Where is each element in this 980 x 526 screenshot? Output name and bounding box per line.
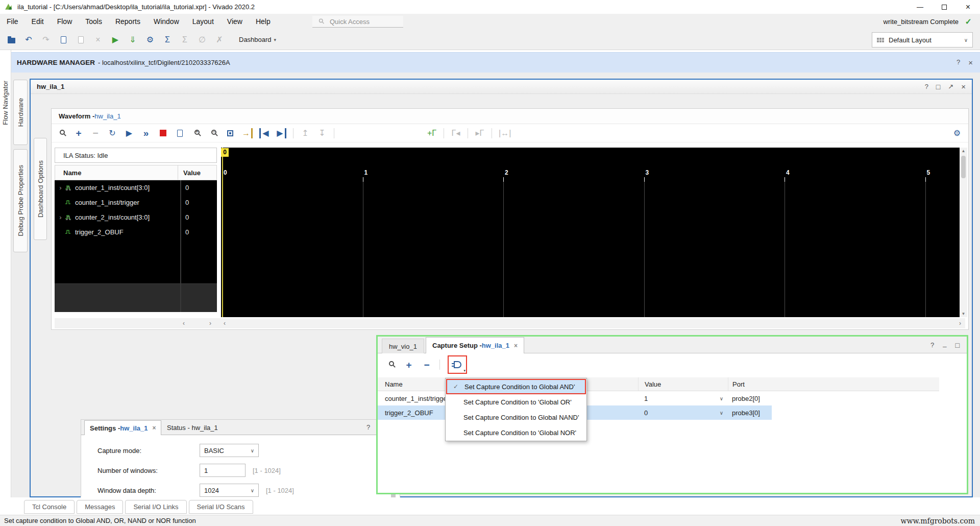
menu-window[interactable]: Window: [147, 14, 186, 30]
run-trigger-icon[interactable]: ▶: [124, 128, 134, 138]
report-utilization-icon[interactable]: Σ: [162, 35, 173, 45]
sidebar-tab-debug-probe-properties[interactable]: Debug Probe Properties: [13, 149, 28, 252]
scroll-down-icon[interactable]: ▼: [960, 312, 967, 316]
redo-icon[interactable]: ↷: [41, 35, 51, 45]
help-icon[interactable]: [930, 341, 934, 349]
console-tab-serial-i-o-scans[interactable]: Serial I/O Scans: [189, 500, 253, 514]
console-tab-serial-i-o-links[interactable]: Serial I/O Links: [125, 500, 186, 514]
menu-flow[interactable]: Flow: [51, 14, 79, 30]
zoom-in-icon[interactable]: [191, 128, 202, 138]
close-icon[interactable]: [961, 82, 966, 91]
float-icon[interactable]: [948, 83, 953, 90]
waveform-canvas[interactable]: 0 012345: [221, 148, 960, 317]
help-icon[interactable]: [957, 58, 960, 67]
close-tab-icon[interactable]: ×: [152, 424, 156, 432]
column-port[interactable]: Port: [728, 377, 772, 391]
menu-item-capture-condition[interactable]: Set Capture Condition to Global NAND': [446, 410, 586, 425]
waveform-settings-gear-icon[interactable]: ⚙: [952, 128, 962, 138]
help-icon[interactable]: [925, 83, 928, 90]
waveform-title-link[interactable]: hw_ila_1: [94, 112, 120, 120]
next-marker-icon[interactable]: ▸Γ: [475, 128, 485, 138]
undo-icon[interactable]: ↶: [23, 35, 34, 45]
field-select[interactable]: BASIC∨: [200, 444, 259, 457]
column-value[interactable]: Value: [638, 377, 728, 391]
signal-row[interactable]: counter_1_inst/trigger0: [55, 195, 217, 210]
previous-marker-icon[interactable]: Γ◂: [451, 128, 461, 138]
add-probe-icon[interactable]: +: [74, 128, 84, 138]
field-select[interactable]: 1024∨: [200, 484, 259, 497]
minimize-icon[interactable]: —: [908, 0, 932, 14]
swap-markers-icon[interactable]: |↔|: [499, 128, 511, 138]
settings-gear-icon[interactable]: ⚙: [145, 35, 155, 45]
waveform-horizontal-scrollbar[interactable]: ‹ › ‹ ›: [55, 318, 965, 328]
waveform-vertical-scrollbar[interactable]: ▲ ▼: [960, 148, 967, 317]
signal-row[interactable]: ›counter_1_inst/count[3:0]0: [55, 180, 217, 195]
next-window-icon[interactable]: ▶: [276, 128, 286, 138]
console-tab-tcl-console[interactable]: Tcl Console: [24, 500, 75, 514]
run-trigger-immediate-icon[interactable]: ↻: [107, 128, 117, 138]
probe-value-select[interactable]: 0∨: [638, 409, 728, 417]
delete-icon[interactable]: ×: [93, 35, 103, 45]
close-icon[interactable]: [968, 58, 973, 67]
menu-reports[interactable]: Reports: [109, 14, 147, 30]
report-disabled-icon[interactable]: Σ: [180, 35, 190, 45]
scroll-up-icon[interactable]: ▲: [960, 149, 967, 153]
marker-down-icon[interactable]: ↧: [317, 128, 327, 138]
maximize-icon[interactable]: [955, 341, 960, 349]
dashboard-options-tab[interactable]: Dashboard Options: [34, 138, 47, 240]
tab-hw-vio-1[interactable]: hw_vio_1: [382, 339, 424, 353]
run-trigger-multiple-icon[interactable]: »: [141, 128, 151, 138]
probe-value-select[interactable]: 1∨: [638, 395, 728, 402]
open-project-icon[interactable]: [6, 35, 16, 45]
menu-item-capture-condition[interactable]: Set Capture Condition to 'Global NOR': [446, 425, 586, 440]
add-marker-icon[interactable]: +Γ: [427, 128, 437, 138]
quick-access-input[interactable]: Quick Access: [312, 16, 403, 28]
scrollbar-thumb[interactable]: [961, 156, 966, 178]
program-device-icon[interactable]: ⇓: [128, 35, 138, 45]
capture-condition-button[interactable]: ▾: [448, 355, 467, 374]
console-tab-messages[interactable]: Messages: [77, 500, 123, 514]
search-icon[interactable]: [57, 128, 67, 138]
menu-item-capture-condition[interactable]: Set Capture Condition to 'Global OR': [446, 394, 586, 410]
tools-disabled-icon[interactable]: ✗: [214, 35, 225, 45]
expand-chevron-icon[interactable]: ›: [57, 213, 64, 221]
menu-file[interactable]: File: [0, 14, 25, 30]
help-icon[interactable]: [366, 423, 370, 431]
field-input[interactable]: 1: [200, 464, 246, 477]
report-icon[interactable]: [58, 35, 68, 45]
scroll-right-icon[interactable]: ›: [959, 318, 961, 328]
layout-selector[interactable]: Default Layout ∨: [872, 32, 973, 47]
flow-navigator-tab[interactable]: Flow Navigator: [2, 81, 9, 125]
waveform-panel-header[interactable]: Waveform - hw_ila_1: [52, 109, 968, 124]
export-ila-data-icon[interactable]: [175, 128, 185, 138]
remove-probe-icon[interactable]: −: [90, 128, 101, 138]
close-tab-icon[interactable]: ×: [514, 342, 518, 349]
tab-capture-setup[interactable]: Capture Setup - hw_ila_1 ×: [426, 337, 524, 353]
trigger-marker-badge[interactable]: 0: [221, 148, 229, 157]
maximize-icon[interactable]: [936, 83, 940, 91]
scroll-left-icon[interactable]: ‹: [224, 318, 226, 328]
go-to-trigger-icon[interactable]: →: [242, 128, 253, 138]
maximize-icon[interactable]: [932, 0, 956, 14]
stop-trigger-icon[interactable]: [158, 128, 168, 138]
previous-window-icon[interactable]: ◀: [259, 128, 270, 138]
zoom-fit-icon[interactable]: [225, 128, 235, 138]
dashboard-dropdown[interactable]: Dashboard: [239, 36, 272, 43]
expand-chevron-icon[interactable]: ›: [57, 184, 64, 192]
menu-layout[interactable]: Layout: [186, 14, 220, 30]
tab-status[interactable]: Status - hw_ila_1: [162, 420, 223, 435]
hw-ila-1-panel-header[interactable]: hw_ila_1: [31, 80, 972, 94]
scroll-left-icon[interactable]: ‹: [183, 318, 185, 328]
scroll-right-icon[interactable]: ›: [209, 318, 211, 328]
trigger-marker-line[interactable]: [222, 148, 223, 317]
search-icon[interactable]: [386, 360, 396, 370]
copy-icon[interactable]: [76, 35, 86, 45]
column-value[interactable]: Value: [178, 165, 216, 180]
run-icon[interactable]: ▶: [110, 35, 120, 45]
menu-help[interactable]: Help: [249, 14, 277, 30]
minimize-icon[interactable]: [943, 341, 946, 349]
remove-probe-icon[interactable]: −: [422, 360, 432, 370]
zoom-out-icon[interactable]: [208, 128, 218, 138]
signal-row[interactable]: trigger_2_OBUF0: [55, 225, 217, 240]
tab-settings[interactable]: Settings - hw_ila_1 ×: [84, 420, 161, 435]
